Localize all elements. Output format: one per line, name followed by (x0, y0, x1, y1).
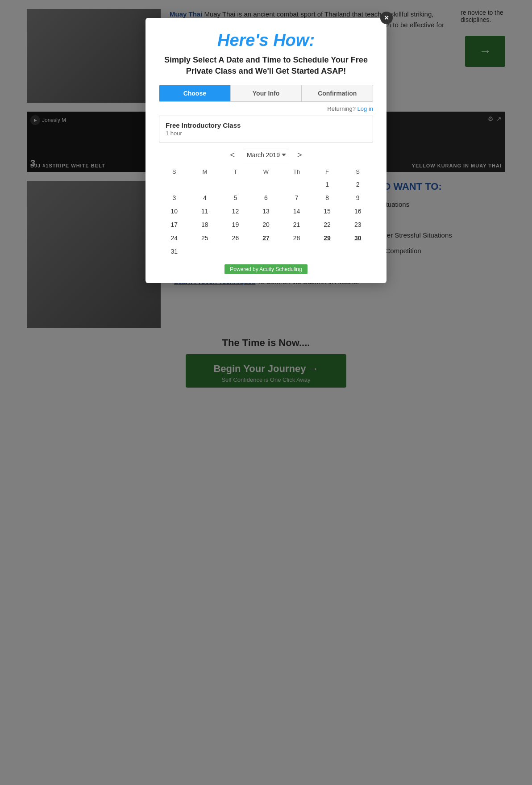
tab-your-info[interactable]: Your Info (231, 85, 302, 101)
calendar-grid: S M T W Th F S 1 2 (159, 166, 373, 258)
cal-day-3[interactable]: 3 (159, 191, 190, 205)
modal-close-button[interactable]: ✕ (380, 12, 393, 24)
cal-day-13[interactable]: 13 (251, 205, 282, 218)
tab-confirmation[interactable]: Confirmation (302, 85, 373, 101)
cal-header-sun: S (159, 166, 190, 178)
calendar-nav: < March 2019 > (159, 149, 373, 161)
cal-day-18[interactable]: 18 (190, 218, 220, 231)
cal-header-fri: F (312, 166, 343, 178)
cal-day-24[interactable]: 24 (159, 231, 190, 245)
step-tabs: Choose Your Info Confirmation (159, 85, 373, 102)
returning-text: Returning? (327, 105, 356, 112)
calendar-prev-button[interactable]: < (226, 150, 238, 161)
cal-day-2[interactable]: 2 (342, 178, 373, 191)
cal-day-15[interactable]: 15 (312, 205, 343, 218)
cal-week-4: 17 18 19 20 21 22 23 (159, 218, 373, 231)
cal-day-26[interactable]: 26 (220, 231, 251, 245)
calendar-body: 1 2 3 4 5 6 7 8 9 10 11 12 13 14 (159, 178, 373, 258)
cal-day-17[interactable]: 17 (159, 218, 190, 231)
calendar-header-row: S M T W Th F S (159, 166, 373, 178)
cal-day-empty (159, 178, 190, 191)
cal-day-empty (190, 245, 220, 258)
cal-day-25[interactable]: 25 (190, 231, 220, 245)
cal-day-empty (342, 245, 373, 258)
cal-week-5: 24 25 26 27 28 29 30 (159, 231, 373, 245)
cal-week-2: 3 4 5 6 7 8 9 (159, 191, 373, 205)
cal-header-wed: W (251, 166, 282, 178)
cal-day-empty (281, 245, 312, 258)
cal-day-22[interactable]: 22 (312, 218, 343, 231)
cal-day-empty (220, 245, 251, 258)
cal-week-1: 1 2 (159, 178, 373, 191)
acuity-badge[interactable]: Powered by Acuity Scheduling (224, 264, 307, 274)
tab-choose[interactable]: Choose (159, 85, 231, 101)
cal-day-30[interactable]: 30 (342, 231, 373, 245)
modal-overlay: ✕ Here's How: Simply Select A Date and T… (0, 0, 532, 785)
modal-title: Here's How: (159, 31, 373, 50)
cal-week-3: 10 11 12 13 14 15 16 (159, 205, 373, 218)
cal-week-6: 31 (159, 245, 373, 258)
cal-day-6[interactable]: 6 (251, 191, 282, 205)
cal-day-29[interactable]: 29 (312, 231, 343, 245)
returning-row: Returning? Log in (159, 105, 373, 112)
cal-day-19[interactable]: 19 (220, 218, 251, 231)
cal-day-8[interactable]: 8 (312, 191, 343, 205)
modal-subtitle: Simply Select A Date and Time to Schedul… (159, 54, 373, 77)
calendar-next-button[interactable]: > (294, 150, 306, 161)
cal-day-empty (312, 245, 343, 258)
cal-day-empty (281, 178, 312, 191)
cal-day-20[interactable]: 20 (251, 218, 282, 231)
cal-day-10[interactable]: 10 (159, 205, 190, 218)
cal-header-mon: M (190, 166, 220, 178)
cal-day-27[interactable]: 27 (251, 231, 282, 245)
service-box: Free Introductory Class 1 hour (159, 116, 373, 142)
acuity-footer: Powered by Acuity Scheduling (159, 264, 373, 274)
cal-day-11[interactable]: 11 (190, 205, 220, 218)
cal-header-thu: Th (281, 166, 312, 178)
cal-header-tue: T (220, 166, 251, 178)
cal-day-empty (190, 178, 220, 191)
cal-day-31[interactable]: 31 (159, 245, 190, 258)
calendar-month-select[interactable]: March 2019 (243, 149, 289, 161)
acuity-link[interactable]: Powered by Acuity Scheduling (230, 266, 302, 272)
service-duration: 1 hour (166, 130, 366, 137)
cal-day-empty (220, 178, 251, 191)
cal-day-empty (251, 178, 282, 191)
cal-header-sat: S (342, 166, 373, 178)
cal-day-5[interactable]: 5 (220, 191, 251, 205)
cal-day-9[interactable]: 9 (342, 191, 373, 205)
cal-day-16[interactable]: 16 (342, 205, 373, 218)
cal-day-14[interactable]: 14 (281, 205, 312, 218)
cal-day-21[interactable]: 21 (281, 218, 312, 231)
cal-day-1[interactable]: 1 (312, 178, 343, 191)
login-link[interactable]: Log in (357, 105, 373, 112)
cal-day-4[interactable]: 4 (190, 191, 220, 205)
modal-dialog: ✕ Here's How: Simply Select A Date and T… (145, 18, 387, 283)
service-name: Free Introductory Class (166, 121, 366, 129)
cal-day-23[interactable]: 23 (342, 218, 373, 231)
cal-day-empty (251, 245, 282, 258)
cal-day-28[interactable]: 28 (281, 231, 312, 245)
cal-day-7[interactable]: 7 (281, 191, 312, 205)
cal-day-12[interactable]: 12 (220, 205, 251, 218)
